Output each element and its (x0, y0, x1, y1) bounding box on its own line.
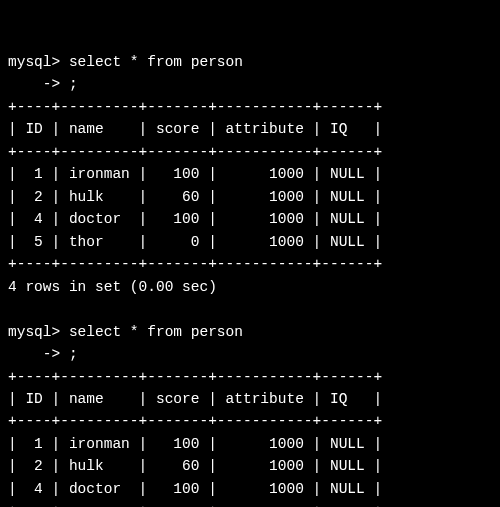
sql-query-1-line-2: ; (60, 76, 77, 92)
table-2-row-2: | 2 | hulk | 60 | 1000 | NULL | (8, 458, 382, 474)
mysql-prompt: mysql> (8, 54, 60, 70)
table-2-separator-mid: +----+---------+-------+-----------+----… (8, 413, 382, 429)
table-2-row-3: | 4 | doctor | 100 | 1000 | NULL | (8, 481, 382, 497)
sql-query-1-line-1: select * from person (60, 54, 243, 70)
continuation-prompt: -> (8, 346, 60, 362)
table-2-row-1: | 1 | ironman | 100 | 1000 | NULL | (8, 436, 382, 452)
mysql-prompt: mysql> (8, 324, 60, 340)
table-1-row-3: | 4 | doctor | 100 | 1000 | NULL | (8, 211, 382, 227)
table-1-row-2: | 2 | hulk | 60 | 1000 | NULL | (8, 189, 382, 205)
sql-query-2-line-1: select * from person (60, 324, 243, 340)
table-1-row-4: | 5 | thor | 0 | 1000 | NULL | (8, 234, 382, 250)
table-1-header: | ID | name | score | attribute | IQ | (8, 121, 382, 137)
table-2-separator-top: +----+---------+-------+-----------+----… (8, 369, 382, 385)
table-1-separator-bottom: +----+---------+-------+-----------+----… (8, 256, 382, 272)
table-1-separator-mid: +----+---------+-------+-----------+----… (8, 144, 382, 160)
table-2-header: | ID | name | score | attribute | IQ | (8, 391, 382, 407)
table-1-row-1: | 1 | ironman | 100 | 1000 | NULL | (8, 166, 382, 182)
continuation-prompt: -> (8, 76, 60, 92)
table-1-footer: 4 rows in set (0.00 sec) (8, 279, 217, 295)
terminal-output: mysql> select * from person -> ; +----+-… (8, 51, 492, 507)
table-1-separator-top: +----+---------+-------+-----------+----… (8, 99, 382, 115)
sql-query-2-line-2: ; (60, 346, 77, 362)
table-2-separator-bottom: +----+---------+-------+-----------+----… (8, 503, 382, 507)
